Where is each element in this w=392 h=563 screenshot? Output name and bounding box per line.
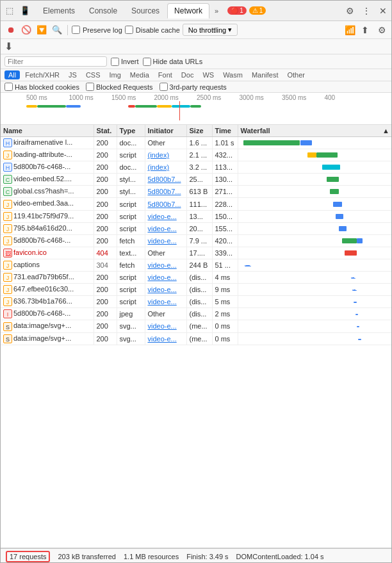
preserve-log-label[interactable]: Preserve log bbox=[72, 26, 122, 34]
invert-checkbox[interactable] bbox=[111, 58, 119, 66]
svg-icon: S bbox=[3, 334, 12, 343]
settings-icon[interactable]: ⚙ bbox=[343, 4, 357, 18]
device-icon[interactable]: 📱 bbox=[19, 4, 31, 17]
tab-more[interactable]: » bbox=[211, 4, 222, 17]
waterfall-bar bbox=[241, 285, 390, 294]
table-row[interactable]: H5d800b76-c468-...200doc...(index)3.2 ..… bbox=[1, 161, 392, 174]
preserve-log-checkbox[interactable] bbox=[72, 26, 80, 34]
waterfall-bar bbox=[241, 138, 390, 147]
finish-time: Finish: 3.49 s bbox=[186, 553, 228, 560]
waterfall-bar bbox=[241, 175, 390, 184]
table-row[interactable]: J647.efbee016c30...200scriptvideo-e...(d… bbox=[1, 284, 392, 296]
table-row[interactable]: Jcaptions304fetchvideo-e...244 B51 ... bbox=[1, 259, 392, 271]
clear-btn[interactable]: 🚫 bbox=[20, 24, 33, 37]
checkbox-filter[interactable]: 3rd-party requests bbox=[159, 83, 227, 91]
tab-sources[interactable]: Sources bbox=[125, 4, 166, 18]
timeline-bar: 500 ms1000 ms1500 ms2000 ms2500 ms3000 m… bbox=[1, 93, 392, 125]
tab-bar-right: ⚙ ⋮ ✕ bbox=[343, 4, 390, 18]
waterfall-bar bbox=[241, 224, 390, 233]
js-icon: J bbox=[3, 273, 12, 282]
dom-content-loaded: DOMContentLoaded: 1.04 s bbox=[236, 553, 324, 560]
table-row[interactable]: J795.b84a616d20...200scriptvideo-e...20.… bbox=[1, 222, 392, 234]
disable-cache-checkbox[interactable] bbox=[125, 26, 133, 34]
waterfall-bar bbox=[241, 187, 390, 196]
type-filter-wasm[interactable]: Wasm bbox=[219, 70, 247, 79]
js-icon: J bbox=[3, 212, 12, 221]
waterfall-bar bbox=[241, 297, 390, 306]
col-header-status[interactable]: Stat. bbox=[94, 125, 117, 137]
waterfall-bar bbox=[241, 200, 390, 209]
table-row[interactable]: Hkiraiframenative l...200doc...Other1.6 … bbox=[1, 137, 392, 149]
type-filter-other[interactable]: Other bbox=[283, 70, 309, 79]
type-filter-fetch/xhr[interactable]: Fetch/XHR bbox=[21, 70, 63, 79]
table-row[interactable]: Cglobal.css?hash=...200styl...5d800b7...… bbox=[1, 186, 392, 198]
search-btn[interactable]: 🔍 bbox=[51, 24, 63, 37]
checkbox-filter-bar: Has blocked cookiesBlocked Requests3rd-p… bbox=[1, 81, 392, 93]
filter-bar: Invert Hide data URLs bbox=[1, 54, 392, 69]
close-icon[interactable]: ✕ bbox=[376, 4, 390, 18]
status-bar: 17 requests 203 kB transferred 1.1 MB re… bbox=[1, 548, 392, 563]
table-row[interactable]: Jloading-attribute-...200script(index)2.… bbox=[1, 149, 392, 161]
table-row[interactable]: J731.ead7b79b65f...200scriptvideo-e...(d… bbox=[1, 272, 392, 284]
requests-count: 17 requests bbox=[6, 551, 50, 562]
filter-input[interactable] bbox=[4, 56, 107, 67]
table-row[interactable]: 🖼favicon.ico404text...Other17....339... bbox=[1, 247, 392, 259]
ico-icon: 🖼 bbox=[3, 249, 12, 257]
css-icon: C bbox=[3, 175, 12, 184]
col-header-size[interactable]: Size bbox=[186, 125, 212, 137]
timeline-labels: 500 ms1000 ms1500 ms2000 ms2500 ms3000 m… bbox=[1, 93, 392, 101]
more-options-icon[interactable]: ⋮ bbox=[359, 4, 373, 18]
filter-btn[interactable]: 🔽 bbox=[35, 24, 48, 37]
type-filter-img[interactable]: Img bbox=[106, 70, 125, 79]
table-row[interactable]: Cvideo-embed.52....200styl...5d800b7...2… bbox=[1, 174, 392, 186]
col-header-name[interactable]: Name bbox=[1, 125, 94, 137]
tab-bar: ⬚ 📱 Elements Console Sources Network » 🔴… bbox=[1, 1, 392, 21]
tab-elements[interactable]: Elements bbox=[37, 4, 81, 18]
settings-network-icon[interactable]: ⚙ bbox=[375, 23, 389, 37]
network-table-wrapper[interactable]: Name Stat. Type Initiator Size Time Wate… bbox=[1, 125, 392, 548]
type-filter-manifest[interactable]: Manifest bbox=[248, 70, 282, 79]
table-row[interactable]: Sdata:image/svg+...200svg...video-e...(m… bbox=[1, 320, 392, 332]
col-header-time[interactable]: Time bbox=[212, 125, 238, 137]
type-filter-all[interactable]: All bbox=[4, 70, 20, 79]
tab-network[interactable]: Network bbox=[167, 3, 209, 19]
invert-label[interactable]: Invert bbox=[111, 58, 139, 66]
table-row[interactable]: I5d800b76-c468-...200jpegOther(dis...2 m… bbox=[1, 308, 392, 320]
disable-cache-label[interactable]: Disable cache bbox=[125, 26, 180, 34]
type-filter-font[interactable]: Font bbox=[154, 70, 176, 79]
type-filter-media[interactable]: Media bbox=[126, 70, 153, 79]
js-icon: J bbox=[3, 285, 12, 294]
checkbox-filter[interactable]: Blocked Requests bbox=[86, 83, 153, 91]
resources-size: 1.1 MB resources bbox=[124, 553, 179, 560]
col-header-type[interactable]: Type bbox=[117, 125, 145, 137]
type-filter-ws[interactable]: WS bbox=[199, 70, 218, 79]
checkbox-filter[interactable]: Has blocked cookies bbox=[4, 83, 79, 91]
table-row[interactable]: J636.73b4b1a766...200scriptvideo-e...(di… bbox=[1, 296, 392, 308]
waterfall-bar bbox=[241, 249, 390, 257]
separator-1 bbox=[67, 25, 68, 35]
tab-badges: 🔴 1 ⚠ 1 bbox=[227, 6, 266, 15]
col-header-initiator[interactable]: Initiator bbox=[145, 125, 186, 137]
table-row[interactable]: J119.41bc75f9d79...200scriptvideo-e...13… bbox=[1, 210, 392, 222]
type-filter-js[interactable]: JS bbox=[65, 70, 81, 79]
waterfall-bar bbox=[241, 151, 390, 159]
js-icon: J bbox=[3, 200, 12, 209]
import-icon[interactable]: ⬆ bbox=[358, 23, 372, 37]
download-icon: ⬇ bbox=[4, 40, 13, 53]
throttle-btn[interactable]: No throttling ▾ bbox=[183, 24, 238, 36]
table-row[interactable]: Sdata:image/svg+...200svg...video-e...(m… bbox=[1, 332, 392, 345]
type-filter-css[interactable]: CSS bbox=[82, 70, 104, 79]
type-filter-doc[interactable]: Doc bbox=[177, 70, 198, 79]
record-btn[interactable]: ⏺ bbox=[4, 24, 17, 37]
js-icon: J bbox=[3, 224, 12, 233]
waterfall-bar bbox=[241, 212, 390, 221]
hide-data-urls-label[interactable]: Hide data URLs bbox=[143, 58, 203, 66]
table-row[interactable]: J5d800b76-c468-...200fetchvideo-e...7.9 … bbox=[1, 234, 392, 247]
tab-console[interactable]: Console bbox=[83, 4, 124, 18]
col-header-waterfall[interactable]: Waterfall ▲ bbox=[238, 125, 392, 137]
hide-data-urls-checkbox[interactable] bbox=[143, 58, 151, 66]
js-icon: J bbox=[3, 297, 12, 306]
timeline-chart bbox=[26, 101, 390, 120]
table-row[interactable]: Jvideo-embed.3aa...200script5d800b7...11… bbox=[1, 198, 392, 210]
cursor-icon[interactable]: ⬚ bbox=[3, 4, 16, 17]
